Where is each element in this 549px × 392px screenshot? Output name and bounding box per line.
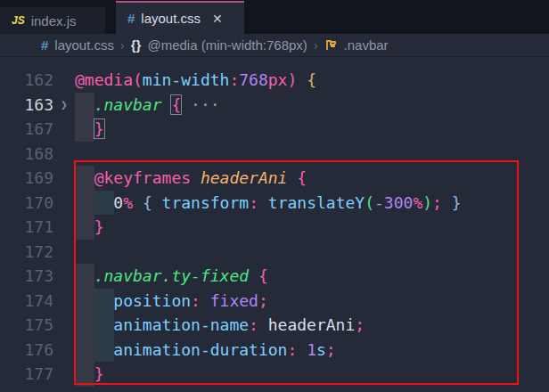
- braces-icon: {}: [131, 37, 142, 53]
- code-content: [75, 240, 549, 265]
- code-token: headerAni: [268, 315, 356, 334]
- code-content: 0% { transform: translateY(-300%); }: [75, 191, 549, 216]
- code-token: :: [191, 291, 201, 310]
- gutter: 168: [0, 142, 75, 167]
- code-token: {: [143, 193, 152, 212]
- gutter: 174: [0, 289, 75, 314]
- code-token: [133, 193, 143, 212]
- code-token: }: [94, 217, 104, 236]
- code-token: }: [452, 193, 462, 212]
- indent-highlight: [75, 215, 94, 240]
- code-token: }: [94, 119, 104, 138]
- code-line[interactable]: 171 }: [0, 215, 549, 240]
- code-content: animation-duration: 1s;: [75, 338, 549, 363]
- close-icon[interactable]: ✕: [212, 12, 223, 26]
- code-token: -300: [374, 193, 413, 212]
- code-token: transform: [162, 193, 250, 212]
- code-token: [297, 70, 307, 89]
- code-token: ;: [258, 291, 268, 310]
- code-token: .navbar: [94, 95, 162, 114]
- code-token: [297, 340, 307, 359]
- indent-highlight: [94, 338, 114, 363]
- fold-chevron-icon: [53, 68, 75, 93]
- css-rule-symbol-icon: [324, 39, 338, 52]
- code-token: %: [413, 193, 422, 212]
- breadcrumb: # layout.css › {} @media (min-width:768p…: [0, 34, 549, 57]
- code-content: @keyframes headerAni {: [75, 166, 549, 191]
- indent-highlight: [94, 313, 114, 338]
- line-number: 169: [0, 166, 53, 191]
- breadcrumb-rule[interactable]: .navbar: [344, 37, 389, 53]
- fold-chevron-icon[interactable]: ❯: [53, 93, 75, 118]
- gutter: 175: [0, 313, 75, 338]
- breadcrumb-media-query[interactable]: @media (min-width:768px): [147, 37, 307, 53]
- code-token: [191, 168, 201, 187]
- code-content: animation-name: headerAni;: [75, 313, 549, 338]
- gutter: 173: [0, 264, 75, 289]
- code-token: .navbar.ty-fixed: [94, 266, 249, 285]
- code-token: [152, 193, 162, 212]
- code-line[interactable]: 169 @keyframes headerAni {: [0, 166, 549, 191]
- code-token: ): [422, 193, 432, 212]
- line-number: 176: [0, 338, 53, 363]
- fold-chevron-icon: [53, 289, 75, 314]
- indent-highlight: [75, 93, 94, 118]
- code-token: {: [297, 168, 307, 187]
- line-number: 177: [0, 362, 53, 387]
- code-line[interactable]: 172: [0, 240, 549, 265]
- code-line[interactable]: 163❯ .navbar { ···: [0, 93, 549, 118]
- gutter: 171: [0, 215, 75, 240]
- code-token: 1: [307, 340, 316, 359]
- code-token: [442, 193, 452, 212]
- fold-chevron-icon: [53, 142, 75, 167]
- code-content: }: [75, 215, 549, 240]
- tab-label: index.js: [31, 13, 77, 29]
- code-token: position: [113, 291, 191, 310]
- fold-chevron-icon: [53, 240, 75, 265]
- code-line[interactable]: 175 animation-name: headerAni;: [0, 313, 549, 338]
- code-token: :: [287, 340, 297, 359]
- code-token: :: [229, 70, 239, 89]
- code-token: translateY: [268, 193, 365, 212]
- code-token: ;: [432, 193, 442, 212]
- code-line[interactable]: 174 position: fixed;: [0, 289, 549, 314]
- js-file-icon: JS: [12, 14, 25, 27]
- code-area: 162@media(min-width:768px) {163❯ .navbar…: [0, 68, 549, 387]
- code-token: %: [123, 193, 133, 212]
- tab-index-js[interactable]: JS index.js: [0, 7, 105, 34]
- code-token: min-width: [143, 70, 230, 89]
- line-number: 168: [0, 142, 53, 167]
- code-token: 768: [239, 70, 268, 89]
- tab-label: layout.css: [141, 11, 201, 26]
- code-token: @media(: [75, 70, 143, 89]
- indent-highlight: [75, 313, 94, 338]
- code-token: [162, 95, 172, 114]
- css-file-icon: #: [41, 37, 48, 53]
- gutter: 163❯: [0, 93, 75, 118]
- indent-highlight: [75, 117, 94, 142]
- code-token: }: [94, 364, 104, 383]
- code-editor: 162@media(min-width:768px) {163❯ .navbar…: [0, 57, 549, 392]
- code-line[interactable]: 168: [0, 142, 549, 167]
- fold-chevron-icon: [53, 215, 75, 240]
- line-number: 172: [0, 240, 53, 265]
- breadcrumb-file[interactable]: layout.css: [54, 37, 114, 53]
- code-token: ;: [326, 340, 336, 359]
- code-line[interactable]: 173 .navbar.ty-fixed {: [0, 264, 549, 289]
- code-line[interactable]: 167 }: [0, 117, 549, 142]
- code-token: px: [268, 70, 288, 89]
- css-file-icon: #: [127, 11, 135, 26]
- code-line[interactable]: 162@media(min-width:768px) {: [0, 68, 549, 93]
- vscode-window: JS index.js # layout.css ✕ # layout.css …: [0, 0, 549, 392]
- line-number: 167: [0, 117, 53, 142]
- line-number: 173: [0, 264, 53, 289]
- fold-chevron-icon: [53, 264, 75, 289]
- code-line[interactable]: 170 0% { transform: translateY(-300%); }: [0, 191, 549, 216]
- code-content: .navbar { ···: [75, 93, 549, 118]
- indent-highlight: [75, 289, 94, 314]
- code-token: ): [287, 70, 297, 89]
- code-token: animation-duration: [113, 340, 287, 359]
- tab-layout-css[interactable]: # layout.css ✕: [116, 1, 244, 34]
- code-line[interactable]: 177 }: [0, 362, 549, 387]
- code-line[interactable]: 176 animation-duration: 1s;: [0, 338, 549, 363]
